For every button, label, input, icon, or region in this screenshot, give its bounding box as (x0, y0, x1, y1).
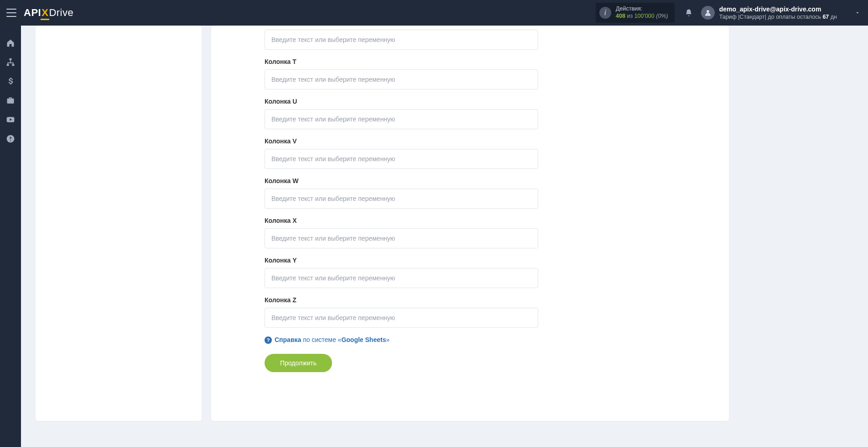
tariff-prefix: Тариф | (719, 14, 740, 20)
actions-limit: 100'000 (634, 13, 655, 19)
help-end: » (386, 336, 390, 343)
column-v-input[interactable] (265, 149, 538, 169)
user-menu-button[interactable]: demo_apix-drive@apix-drive.com Тариф |Ст… (701, 5, 861, 21)
tariff-suffix: дн (829, 14, 837, 20)
column-z-input[interactable] (265, 308, 538, 328)
sidebar-item-youtube[interactable] (6, 115, 15, 124)
field-label-u: Колонка U (265, 98, 538, 105)
field-label-w: Колонка W (265, 177, 538, 184)
tariff-name: Стандарт (740, 14, 765, 20)
actions-label: Действия: (616, 5, 668, 13)
field-label-y: Колонка Y (265, 257, 538, 264)
menu-toggle-button[interactable] (6, 9, 16, 17)
field-label-z: Колонка Z (265, 296, 538, 304)
user-info-text: demo_apix-drive@apix-drive.com Тариф |Ст… (719, 5, 837, 21)
sidebar-item-connections[interactable] (6, 58, 15, 67)
bell-icon (685, 9, 693, 17)
actions-separator: из (627, 13, 633, 19)
svg-rect-1 (10, 58, 12, 60)
column-s-input[interactable] (265, 30, 538, 50)
person-icon (704, 9, 712, 17)
sidebar-item-billing[interactable] (6, 77, 15, 86)
question-circle-icon (6, 134, 15, 143)
column-w-input[interactable] (265, 189, 538, 209)
column-x-input[interactable] (265, 228, 538, 248)
tariff-mid: | до оплаты осталось (765, 14, 823, 20)
chevron-down-icon (854, 10, 861, 16)
svg-rect-3 (12, 64, 14, 66)
actions-percent: (0%) (656, 13, 668, 19)
avatar (701, 6, 715, 20)
tariff-days: 67 (822, 14, 829, 20)
svg-rect-2 (7, 64, 9, 66)
field-label-t: Колонка T (265, 58, 538, 65)
user-tariff-line: Тариф |Стандарт| до оплаты осталось 67 д… (719, 13, 837, 21)
column-u-input[interactable] (265, 109, 538, 129)
sitemap-icon (6, 58, 15, 67)
sidebar-item-toolbox[interactable] (6, 96, 15, 105)
continue-button[interactable]: Продолжить (265, 354, 332, 372)
column-y-input[interactable] (265, 268, 538, 288)
briefcase-icon (6, 96, 15, 105)
info-icon: i (599, 7, 611, 19)
column-t-input[interactable] (265, 69, 538, 89)
help-mid: по системе « (301, 336, 341, 343)
help-link[interactable]: Справка по системе «Google Sheets» (275, 336, 390, 343)
actions-usage-text: Действия: 408 из 100'000 (0%) (616, 5, 668, 20)
field-label-v: Колонка V (265, 137, 538, 145)
logo-part-x: X (41, 7, 49, 19)
logo-part-api: API (24, 7, 41, 19)
actions-usage-pill[interactable]: i Действия: 408 из 100'000 (0%) (596, 3, 675, 22)
sidebar-item-help[interactable] (6, 134, 15, 143)
notifications-button[interactable] (685, 9, 693, 17)
logo-part-drive: Drive (49, 7, 73, 19)
help-link-row: ?Справка по системе «Google Sheets» (265, 336, 538, 344)
help-word: Справка (275, 336, 301, 343)
app-logo: APIXDrive (24, 7, 73, 19)
question-circle-icon: ? (265, 337, 272, 344)
main-panel: Колонка S Колонка T Колонка U Колонка V … (211, 26, 729, 421)
youtube-icon (6, 115, 15, 124)
svg-point-0 (707, 10, 709, 13)
dollar-icon (6, 77, 15, 86)
help-system: Google Sheets (341, 336, 386, 343)
home-icon (6, 38, 15, 47)
left-panel (36, 26, 202, 421)
sidebar-item-home[interactable] (6, 38, 15, 47)
actions-count: 408 (616, 13, 625, 19)
field-label-x: Колонка X (265, 217, 538, 224)
user-email: demo_apix-drive@apix-drive.com (719, 5, 837, 13)
